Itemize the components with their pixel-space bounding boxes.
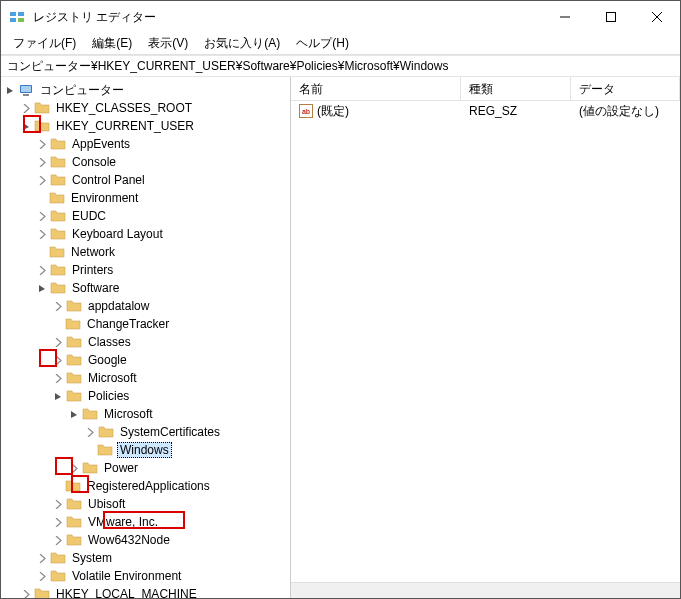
expander-closed-icon[interactable] [51,353,65,367]
svg-rect-0 [10,12,16,16]
tree-node[interactable]: Keyboard Layout [35,225,290,243]
titlebar[interactable]: レジストリ エディター [1,1,680,33]
svg-rect-3 [18,18,24,22]
expander-closed-icon[interactable] [35,551,49,565]
tree-node[interactable]: Control Panel [35,171,290,189]
expander-open-icon[interactable] [3,83,17,97]
menu-view[interactable]: 表示(V) [140,33,196,54]
expander-closed-icon[interactable] [51,299,65,313]
tree-node[interactable]: Ubisoft [51,495,290,513]
folder-icon [34,586,50,598]
expander-closed-icon[interactable] [19,101,33,115]
folder-icon [34,100,50,116]
tree-label: EUDC [70,209,108,223]
expander-closed-icon[interactable] [83,425,97,439]
col-name[interactable]: 名前 [291,77,461,100]
expander-closed-icon[interactable] [51,515,65,529]
tree-label: RegisteredApplications [85,479,212,493]
svg-rect-10 [23,94,29,96]
tree-node-hkcr[interactable]: HKEY_CLASSES_ROOT [19,99,290,117]
expander-closed-icon[interactable] [35,173,49,187]
horizontal-scrollbar[interactable] [291,582,680,598]
folder-icon [66,334,82,350]
tree-node[interactable]: Wow6432Node [51,531,290,549]
tree-node[interactable]: System [35,549,290,567]
expander-closed-icon[interactable] [35,137,49,151]
tree-node-windows[interactable]: Windows [83,441,290,459]
expander-closed-icon[interactable] [51,371,65,385]
tree-node[interactable]: RegisteredApplications [51,477,290,495]
tree-node[interactable]: VMware, Inc. [51,513,290,531]
menu-file[interactable]: ファイル(F) [5,33,84,54]
tree-label: HKEY_CURRENT_USER [54,119,196,133]
menu-edit[interactable]: 編集(E) [84,33,140,54]
tree-node[interactable]: SystemCertificates [83,423,290,441]
expander-closed-icon[interactable] [67,461,81,475]
folder-icon [98,424,114,440]
tree-label: System [70,551,114,565]
tree-node[interactable]: Classes [51,333,290,351]
folder-icon [50,280,66,296]
tree-node[interactable]: appdatalow [51,297,290,315]
expander-closed-icon[interactable] [19,587,33,598]
expander-closed-icon[interactable] [51,335,65,349]
folder-icon [82,406,98,422]
list-body[interactable]: ab (既定) REG_SZ (値の設定なし) [291,101,680,582]
expander-open-icon[interactable] [67,407,81,421]
value-data: (値の設定なし) [571,103,680,120]
tree-label: Environment [69,191,140,205]
tree-node[interactable]: Power [67,459,290,477]
tree-node-policies-microsoft[interactable]: Microsoft [67,405,290,423]
expander-closed-icon[interactable] [35,227,49,241]
tree-node[interactable]: EUDC [35,207,290,225]
tree-node[interactable]: Volatile Environment [35,567,290,585]
maximize-button[interactable] [588,1,634,33]
tree-node[interactable]: Printers [35,261,290,279]
expander-closed-icon[interactable] [35,569,49,583]
close-button[interactable] [634,1,680,33]
tree-label: Wow6432Node [86,533,172,547]
col-type[interactable]: 種類 [461,77,571,100]
folder-icon [97,442,113,458]
tree-label: ChangeTracker [85,317,171,331]
expander-closed-icon[interactable] [51,533,65,547]
window-title: レジストリ エディター [33,9,542,26]
tree-node-policies[interactable]: Policies [51,387,290,405]
expander-closed-icon[interactable] [51,497,65,511]
tree-node-software[interactable]: Software [35,279,290,297]
expander-closed-icon[interactable] [35,263,49,277]
tree-node[interactable]: Microsoft [51,369,290,387]
tree-node-computer[interactable]: コンピューター [3,81,290,99]
folder-icon [66,496,82,512]
col-data[interactable]: データ [571,77,680,100]
expander-closed-icon[interactable] [35,155,49,169]
value-name: (既定) [317,103,349,120]
tree-node[interactable]: ChangeTracker [51,315,290,333]
svg-rect-9 [21,86,31,92]
tree-node-hkcu[interactable]: HKEY_CURRENT_USER [19,117,290,135]
tree-node-hklm[interactable]: HKEY_LOCAL_MACHINE [19,585,290,598]
expander-open-icon[interactable] [51,389,65,403]
tree-node[interactable]: AppEvents [35,135,290,153]
computer-icon [18,82,34,98]
menu-favorites[interactable]: お気に入り(A) [196,33,288,54]
folder-icon [82,460,98,476]
tree-node[interactable]: Google [51,351,290,369]
expander-open-icon[interactable] [19,119,33,133]
expander-closed-icon[interactable] [35,209,49,223]
window-controls [542,1,680,33]
tree-pane[interactable]: コンピューター HKEY_CLASSES_ROOT HKEY_CURRENT_U… [1,77,291,598]
menu-help[interactable]: ヘルプ(H) [288,33,357,54]
folder-icon [50,550,66,566]
registry-editor-window: レジストリ エディター ファイル(F) 編集(E) 表示(V) お気に入り(A)… [0,0,681,599]
tree-node[interactable]: Network [35,243,290,261]
folder-icon [50,226,66,242]
address-bar[interactable]: コンピューター¥HKEY_CURRENT_USER¥Software¥Polic… [1,55,680,77]
folder-icon [65,478,81,494]
tree-node[interactable]: Console [35,153,290,171]
tree-node[interactable]: Environment [35,189,290,207]
expander-open-icon[interactable] [35,281,49,295]
list-item[interactable]: ab (既定) REG_SZ (値の設定なし) [291,101,680,121]
minimize-button[interactable] [542,1,588,33]
tree-label: Google [86,353,129,367]
